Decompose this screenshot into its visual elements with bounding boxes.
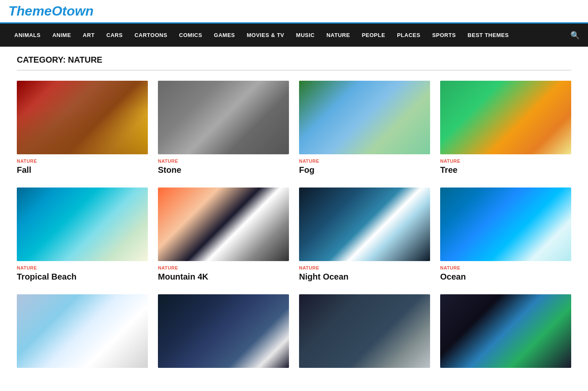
card-thumbnail-tropical-beach (17, 188, 148, 261)
nav-item-nature[interactable]: NATURE (320, 24, 356, 47)
card-stone[interactable]: NATURE Stone (158, 81, 289, 175)
card-title-tree[interactable]: Tree (440, 165, 571, 175)
card-thumbnail-fall (17, 81, 148, 154)
card-thumbnail-night-mountain (158, 294, 289, 368)
card-image-tree (440, 81, 571, 154)
card-fog[interactable]: NATURE Fog (299, 81, 430, 175)
card-drops[interactable] (299, 294, 430, 372)
nav-item-cartoons[interactable]: CARTOONS (129, 24, 173, 47)
nav-link-anime[interactable]: ANIME (47, 24, 77, 47)
card-image-drops (299, 294, 430, 368)
card-tag-fall: NATURE (17, 159, 148, 164)
card-grid-row-3 (17, 294, 571, 372)
card-earth[interactable] (440, 294, 571, 372)
card-title-mountain[interactable]: Mountain 4K (158, 272, 289, 282)
card-ocean[interactable]: NATURE Ocean (440, 188, 571, 282)
card-title-ocean[interactable]: Ocean (440, 272, 571, 282)
card-title-fog[interactable]: Fog (299, 165, 430, 175)
card-title-night-ocean[interactable]: Night Ocean (299, 272, 430, 282)
card-night-ocean[interactable]: NATURE Night Ocean (299, 188, 430, 282)
card-thumbnail-earth (440, 294, 571, 368)
nav-links-list: ANIMALS ANIME ART CARS CARTOONS COMICS G… (8, 24, 514, 47)
card-thumbnail-winter (17, 294, 148, 368)
card-tag-tree: NATURE (440, 159, 571, 164)
card-image-stone (158, 81, 289, 154)
card-image-night-mountain (158, 294, 289, 368)
nav-link-places[interactable]: PLACES (391, 24, 426, 47)
card-image-winter (17, 294, 148, 368)
nav-link-nature[interactable]: NATURE (320, 24, 356, 47)
card-tag-night-ocean: NATURE (299, 265, 430, 270)
nav-item-anime[interactable]: ANIME (47, 24, 77, 47)
card-tag-mountain: NATURE (158, 265, 289, 270)
nav-link-best-themes[interactable]: BEST THEMES (462, 24, 514, 47)
card-thumbnail-ocean (440, 188, 571, 261)
card-thumbnail-tree (440, 81, 571, 154)
nav-item-places[interactable]: PLACES (391, 24, 426, 47)
nav-item-art[interactable]: ART (77, 24, 100, 47)
nav-link-animals[interactable]: ANIMALS (8, 24, 47, 47)
card-tree[interactable]: NATURE Tree (440, 81, 571, 175)
card-night-mountain[interactable] (158, 294, 289, 372)
card-tag-ocean: NATURE (440, 265, 571, 270)
card-image-fall (17, 81, 148, 154)
card-title-fall[interactable]: Fall (17, 165, 148, 175)
nav-link-art[interactable]: ART (77, 24, 100, 47)
search-icon[interactable]: 🔍 (570, 31, 580, 40)
nav-link-cars[interactable]: CARS (100, 24, 129, 47)
card-tag-stone: NATURE (158, 159, 289, 164)
main-navigation: ANIMALS ANIME ART CARS CARTOONS COMICS G… (0, 24, 588, 47)
card-grid-row-1: NATURE Fall NATURE Stone NATURE Fog NATU… (17, 81, 571, 175)
card-fall[interactable]: NATURE Fall (17, 81, 148, 175)
card-mountain[interactable]: NATURE Mountain 4K (158, 188, 289, 282)
site-logo[interactable]: ThemeOtown (8, 3, 94, 18)
nav-item-cars[interactable]: CARS (100, 24, 129, 47)
nav-item-best-themes[interactable]: BEST THEMES (462, 24, 514, 47)
nav-link-comics[interactable]: COMICS (173, 24, 208, 47)
nav-link-sports[interactable]: SPORTS (426, 24, 462, 47)
nav-link-movies-tv[interactable]: MOVIES & TV (241, 24, 290, 47)
nav-item-animals[interactable]: ANIMALS (8, 24, 47, 47)
nav-link-cartoons[interactable]: CARTOONS (129, 24, 173, 47)
card-image-tropical-beach (17, 188, 148, 261)
card-title-stone[interactable]: Stone (158, 165, 289, 175)
card-thumbnail-stone (158, 81, 289, 154)
nav-item-movies-tv[interactable]: MOVIES & TV (241, 24, 290, 47)
card-thumbnail-fog (299, 81, 430, 154)
nav-item-comics[interactable]: COMICS (173, 24, 208, 47)
card-thumbnail-mountain (158, 188, 289, 261)
card-thumbnail-drops (299, 294, 430, 368)
card-image-fog (299, 81, 430, 154)
logo-bar: ThemeOtown (0, 0, 588, 24)
card-title-tropical-beach[interactable]: Tropical Beach (17, 272, 148, 282)
nav-item-people[interactable]: PEOPLE (356, 24, 391, 47)
nav-item-sports[interactable]: SPORTS (426, 24, 462, 47)
card-image-night-ocean (299, 188, 430, 261)
card-image-earth (440, 294, 571, 368)
nav-item-games[interactable]: GAMES (208, 24, 241, 47)
card-winter[interactable] (17, 294, 148, 372)
nav-link-people[interactable]: PEOPLE (356, 24, 391, 47)
nav-item-music[interactable]: MUSIC (290, 24, 320, 47)
card-tag-fog: NATURE (299, 159, 430, 164)
card-grid-row-2: NATURE Tropical Beach NATURE Mountain 4K… (17, 188, 571, 282)
card-image-ocean (440, 188, 571, 261)
nav-link-games[interactable]: GAMES (208, 24, 241, 47)
category-heading: CATEGORY: NATURE (17, 55, 571, 71)
card-tropical-beach[interactable]: NATURE Tropical Beach (17, 188, 148, 282)
card-image-mountain (158, 188, 289, 261)
page-content: CATEGORY: NATURE NATURE Fall NATURE Ston… (8, 47, 580, 391)
nav-link-music[interactable]: MUSIC (290, 24, 320, 47)
card-tag-tropical-beach: NATURE (17, 265, 148, 270)
card-thumbnail-night-ocean (299, 188, 430, 261)
